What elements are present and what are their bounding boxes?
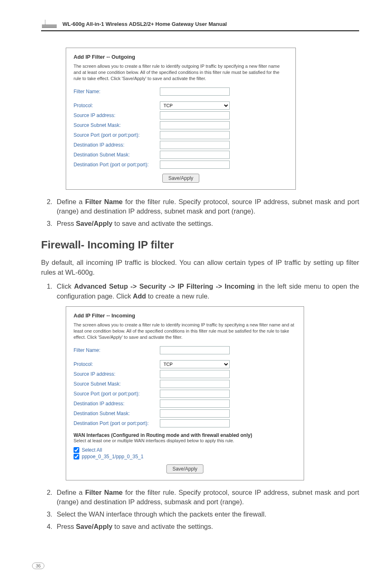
wan-heading: WAN Interfaces (Configured in Routing mo… (74, 432, 296, 438)
input-dst-mask[interactable] (160, 151, 230, 159)
label-dst-ip: Destination IP address: (74, 142, 160, 148)
input-in-dst-ip[interactable] (160, 400, 230, 408)
header-bar: WL-600g All-in-1 Wireless ADSL2/2+ Home … (41, 19, 359, 31)
input-in-dst-mask[interactable] (160, 409, 230, 418)
dialog-out-title: Add IP Filter -- Outgoing (74, 54, 288, 60)
label-in-dst-port: Destination Port (port or port:port): (74, 420, 160, 426)
checkbox-interface[interactable] (74, 454, 79, 459)
step-in-4: Press Save/Apply to save and activate th… (54, 522, 359, 532)
step-out-3: Press Save/Apply to save and activate th… (54, 219, 359, 229)
wireless-router-icon (41, 19, 58, 29)
select-protocol[interactable]: TCP (160, 101, 230, 110)
incoming-steps: Define a Filter Name for the filter rule… (41, 488, 359, 532)
incoming-top-steps: Click Advanced Setup -> Security -> IP F… (41, 282, 359, 301)
input-filter-name[interactable] (160, 87, 230, 96)
label-src-mask: Source Subnet Mask: (74, 122, 160, 128)
dialog-in-title: Add IP Filter -- Incoming (74, 312, 296, 319)
section-heading: Firewall- Incoming IP filter (41, 239, 359, 251)
label-in-src-ip: Source IP address: (74, 371, 160, 377)
label-interface: pppoe_0_35_1/ppp_0_35_1 (82, 454, 143, 459)
label-in-src-mask: Source Subnet Mask: (74, 381, 160, 387)
dialog-incoming: Add IP Filter -- Incoming The screen all… (66, 306, 304, 480)
dialog-outgoing: Add IP Filter -- Outgoing The screen all… (66, 48, 296, 190)
step-out-2: Define a Filter Name for the filter rule… (54, 197, 359, 217)
input-in-src-port[interactable] (160, 390, 230, 398)
step-in-2: Define a Filter Name for the filter rule… (54, 488, 359, 508)
save-apply-button-in[interactable]: Save/Apply (166, 464, 204, 473)
input-dst-port[interactable] (160, 161, 230, 169)
dialog-out-desc: The screen allows you to create a filter… (74, 63, 288, 82)
step-in-1: Click Advanced Setup -> Security -> IP F… (54, 282, 359, 301)
input-in-filter-name[interactable] (160, 346, 230, 354)
input-in-dst-port[interactable] (160, 419, 230, 427)
label-in-dst-ip: Destination IP address: (74, 401, 160, 407)
label-dst-mask: Destination Subnet Mask: (74, 152, 160, 158)
step-in-3: Select the WAN interface through which t… (54, 510, 359, 519)
label-protocol: Protocol: (74, 103, 160, 108)
label-filter-name: Filter Name: (74, 89, 160, 94)
section-intro: By default, all incoming IP traffic is b… (41, 258, 359, 278)
input-src-port[interactable] (160, 131, 230, 139)
svg-rect-3 (42, 27, 57, 28)
page-number: 36 (32, 563, 44, 569)
save-apply-button[interactable]: Save/Apply (162, 174, 200, 183)
input-src-mask[interactable] (160, 121, 230, 129)
svg-rect-1 (42, 25, 57, 25)
label-dst-port: Destination Port (port or port:port): (74, 162, 160, 168)
input-in-src-mask[interactable] (160, 380, 230, 388)
wan-sub: Select at least one or multiple WAN inte… (74, 438, 296, 443)
label-select-all: Select All (82, 447, 102, 453)
input-dst-ip[interactable] (160, 141, 230, 149)
input-in-src-ip[interactable] (160, 370, 230, 378)
label-src-port: Source Port (port or port:port): (74, 132, 160, 138)
label-in-protocol: Protocol: (74, 361, 160, 367)
label-in-dst-mask: Destination Subnet Mask: (74, 411, 160, 416)
checkbox-select-all[interactable] (74, 447, 79, 453)
label-in-src-port: Source Port (port or port:port): (74, 391, 160, 397)
outgoing-steps: Define a Filter Name for the filter rule… (41, 197, 359, 229)
dialog-in-desc: The screen allows you to create a filter… (74, 322, 296, 340)
label-in-filter-name: Filter Name: (74, 347, 160, 353)
step-out-2-text: Define a Filter Name for the filter rule… (57, 198, 359, 215)
svg-rect-2 (42, 26, 57, 27)
input-src-ip[interactable] (160, 111, 230, 119)
page-footer: 36 (32, 562, 44, 569)
manual-title: WL-600g All-in-1 Wireless ADSL2/2+ Home … (62, 21, 227, 27)
label-src-ip: Source IP address: (74, 113, 160, 118)
select-in-protocol[interactable]: TCP (160, 360, 230, 368)
